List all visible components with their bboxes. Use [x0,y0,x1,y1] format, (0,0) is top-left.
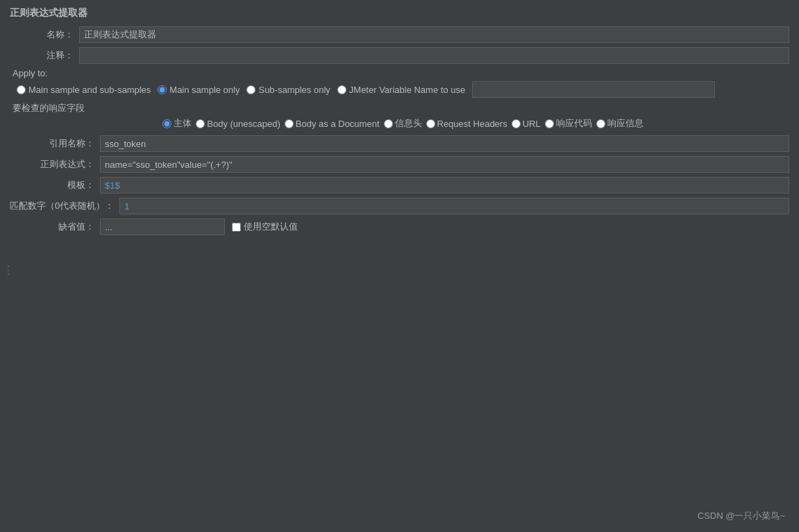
radio-info[interactable]: 信息头 [384,117,422,130]
main-panel: 正则表达式提取器 名称： 注释： Apply to: Main sample a… [0,0,799,246]
template-input[interactable] [100,177,789,194]
match-no-input[interactable] [119,198,789,214]
response-fields-label: 要检查的响应字段 [12,102,789,114]
comment-row: 注释： [10,47,789,64]
regex-row: 正则表达式： [10,156,789,173]
name-input[interactable] [79,26,789,43]
default-value-label: 缺省值： [10,221,100,233]
name-row: 名称： [10,26,789,43]
watermark: CSDN @一只小菜鸟~ [698,510,785,522]
regex-label: 正则表达式： [10,158,100,171]
response-fields-section: 要检查的响应字段 主体 Body (unescaped) Body as a D… [10,102,789,130]
radio-body-unescaped[interactable]: Body (unescaped) [196,119,280,129]
default-value-input[interactable] [100,218,225,235]
use-empty-checkbox[interactable] [232,223,241,232]
ref-name-row: 引用名称： [10,135,789,152]
radio-response-message[interactable]: 响应信息 [596,117,644,130]
apply-to-label: Apply to: [10,68,789,78]
template-label: 模板： [10,179,100,191]
use-empty-checkbox-item[interactable]: 使用空默认值 [232,221,298,233]
radio-request-headers[interactable]: Request Headers [426,119,507,129]
template-row: 模板： [10,177,789,194]
ref-name-label: 引用名称： [10,137,100,150]
radio-response-code[interactable]: 响应代码 [545,117,592,130]
regex-input[interactable] [100,156,789,173]
jmeter-var-input[interactable] [472,81,715,98]
radio-jmeter-var[interactable]: JMeter Variable Name to use [337,85,465,95]
radio-main-only[interactable]: Main sample only [158,85,239,95]
ref-name-input[interactable] [100,135,789,152]
default-value-row: 缺省值： 使用空默认值 [10,218,789,235]
response-fields-radio-group: 主体 Body (unescaped) Body as a Document 信… [10,117,789,130]
radio-url[interactable]: URL [512,119,541,129]
match-no-label: 匹配数字（0代表随机）： [10,200,119,212]
use-empty-label: 使用空默认值 [244,221,298,233]
radio-body-doc[interactable]: Body as a Document [285,119,380,129]
side-dots: ⋮ [3,264,14,277]
match-no-row: 匹配数字（0代表随机）： [10,198,789,214]
comment-input[interactable] [79,47,789,64]
radio-body[interactable]: 主体 [162,117,192,130]
radio-main-sub[interactable]: Main sample and sub-samples [17,85,151,95]
radio-sub-only[interactable]: Sub-samples only [246,85,330,95]
panel-title: 正则表达式提取器 [10,7,789,19]
apply-to-section: Apply to: Main sample and sub-samples Ma… [10,68,789,98]
name-label: 名称： [10,28,79,41]
comment-label: 注释： [10,49,79,62]
apply-to-radio-group: Main sample and sub-samples Main sample … [10,81,789,98]
